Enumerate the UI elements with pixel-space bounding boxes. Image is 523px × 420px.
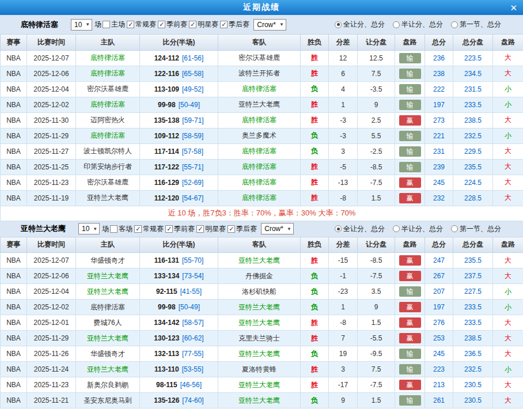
total-result-label: 大 (505, 396, 511, 404)
total-result-label: 小 (505, 100, 511, 108)
home-team-name: 密尔沃基雄鹿 (87, 85, 128, 93)
score-cell: 117-122[55-71] (140, 159, 218, 175)
half-score: [74-60] (182, 396, 203, 404)
away-team-name: 亚特兰大老鹰 (238, 350, 280, 358)
count-unit-label: 场 (94, 20, 101, 29)
diff-cell: -15 (329, 253, 358, 268)
total-result-label: 小 (505, 365, 511, 373)
total-cell: 267 (425, 268, 453, 284)
diff-cell: -3 (329, 112, 358, 128)
date-cell: 2025-11-21 (27, 393, 76, 408)
season-select[interactable]: Crow* ▼ (253, 19, 286, 31)
total-cell: 261 (425, 393, 453, 408)
away-team-cell: 亚特兰大老鹰 (218, 377, 301, 393)
away-team-cell: 底特律活塞 (218, 112, 301, 128)
season-select[interactable]: Crow* ▼ (261, 223, 294, 234)
checkbox-label: 季前赛 (166, 20, 187, 29)
league-cell: NBA (1, 393, 27, 408)
total-result-label: 大 (505, 194, 511, 202)
checkbox-label: 季后赛 (229, 20, 249, 29)
total-line-cell: 233.5 (453, 97, 493, 112)
diff-cell: 12 (329, 50, 358, 66)
total-result-label: 小 (505, 85, 511, 93)
total-result-cell: 小 (493, 97, 523, 112)
half-score: [41-55] (180, 287, 202, 296)
filter-checkbox[interactable]: ✓季前赛 (165, 224, 195, 234)
total-result-label: 小 (505, 131, 511, 139)
total-cell: 238 (425, 66, 453, 81)
league-cell: NBA (1, 81, 27, 97)
total-line-cell: 231.5 (453, 81, 493, 97)
win-loss-label: 胜 (311, 54, 318, 62)
close-icon[interactable]: ✕ (510, 3, 517, 12)
total-line-cell: 238.5 (453, 112, 493, 128)
column-header: 总分 (425, 237, 453, 253)
filter-checkbox[interactable]: ✓季前赛 (158, 20, 187, 29)
total-result-cell: 大 (493, 66, 523, 81)
filter-checkbox[interactable]: ✓明星赛 (189, 20, 218, 29)
total-points: 261 (433, 396, 445, 404)
games-count-select[interactable]: 10 ▼ (78, 223, 100, 234)
stat-mode-radio[interactable]: 半让分、总分 (393, 20, 443, 29)
handicap-cell: 2.5 (358, 112, 395, 128)
result-cell: 胜 (301, 50, 329, 66)
handicap-cell: -7.5 (358, 268, 395, 284)
handicap-cell: -3.5 (358, 81, 395, 97)
game-row: NBA2025-12-06底特律活塞122-116[65-58]波特兰开拓者胜6… (1, 66, 523, 81)
checkbox-label: 客场 (119, 224, 132, 234)
final-score: 122-116 (154, 70, 179, 78)
handicap-result-badge: 输 (399, 364, 421, 374)
filter-checkbox[interactable]: ✓常规赛 (134, 224, 164, 234)
stat-mode-radio[interactable]: 半让分、总分 (393, 224, 443, 234)
total-line-cell: 232.5 (453, 128, 493, 143)
away-team-name: 亚特兰大老鹰 (238, 256, 280, 264)
home-team-name: 亚特兰大老鹰 (87, 365, 128, 373)
games-count-select[interactable]: 10 ▼ (71, 19, 92, 31)
result-cell: 负 (301, 143, 329, 159)
game-row: NBA2025-12-07华盛顿奇才116-131[55-70]亚特兰大老鹰胜-… (1, 253, 523, 268)
total-line: 235.5 (464, 256, 482, 264)
home-team-cell: 波士顿凯尔特人 (76, 143, 140, 159)
handicap-result-cell: 赢 (395, 377, 425, 393)
handicap-result-badge: 输 (399, 146, 421, 157)
stat-mode-radio[interactable]: 第一节、总分 (451, 224, 501, 234)
score-cell: 113-109[49-52] (140, 81, 218, 97)
league-cell: NBA (1, 175, 27, 190)
home-team-name: 华盛顿奇才 (90, 256, 125, 264)
result-cell: 负 (301, 346, 329, 362)
total-cell: 247 (425, 253, 453, 268)
win-loss-label: 胜 (311, 100, 318, 108)
score-cell: 133-134[73-54] (140, 268, 218, 284)
recent-results-window: 近期战绩 ✕ 底特律活塞 10 ▼ 场 主场✓常规赛✓季前赛✓明星赛✓季后赛 C… (0, 0, 523, 420)
diff-cell: 3 (329, 362, 358, 377)
checkbox-icon (103, 21, 110, 28)
date-cell: 2025-12-07 (27, 253, 76, 268)
game-row: NBA2025-11-24亚特兰大老鹰113-110[53-55]夏洛特黄蜂胜3… (1, 362, 523, 377)
half-score: [46-56] (180, 381, 202, 389)
radio-label: 半让分、总分 (401, 224, 443, 234)
total-points: 223 (433, 365, 445, 373)
filter-checkbox[interactable]: ✓季后赛 (228, 224, 257, 234)
total-cell: 222 (425, 81, 453, 97)
away-team-cell: 底特律活塞 (218, 175, 301, 190)
diff-cell: 1 (329, 97, 358, 112)
filter-checkbox[interactable]: ✓季后赛 (220, 20, 249, 29)
column-header: 主队 (76, 35, 140, 50)
final-score: 133-134 (154, 272, 179, 280)
filter-checkbox[interactable]: 主场 (103, 20, 125, 29)
filter-checkbox[interactable]: ✓明星赛 (196, 224, 226, 234)
column-header: 盘路 (395, 35, 425, 50)
filter-checkbox[interactable]: 客场 (110, 224, 132, 234)
total-line-cell: 230.5 (453, 393, 493, 408)
filter-checkbox[interactable]: ✓常规赛 (127, 20, 156, 29)
stat-mode-radio[interactable]: 全让分、总分 (335, 20, 385, 29)
stat-mode-radio[interactable]: 全让分、总分 (335, 224, 385, 234)
total-line-cell: 236.5 (453, 346, 493, 362)
handicap-result-badge: 赢 (399, 302, 421, 312)
column-header: 分差 (329, 237, 358, 253)
total-result-label: 大 (505, 69, 511, 77)
stat-mode-radio[interactable]: 第一节、总分 (451, 20, 501, 29)
away-team-cell: 底特律活塞 (218, 81, 301, 97)
away-team-cell: 奥兰多魔术 (218, 128, 301, 143)
stat-mode-radio-group: 全让分、总分半让分、总分第一节、总分 (327, 20, 517, 29)
